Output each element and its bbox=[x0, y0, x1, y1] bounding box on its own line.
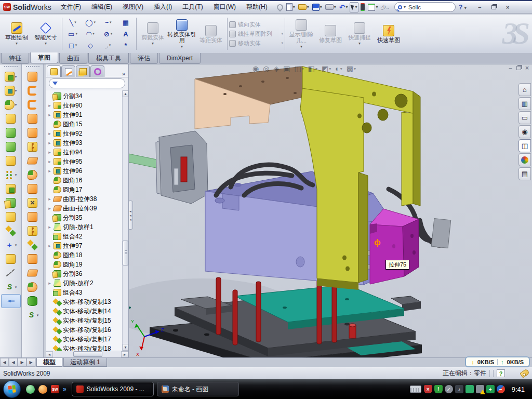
cm-big-button[interactable]: 显示/删除几... ▾ bbox=[287, 16, 316, 52]
toolbar-button[interactable]: ▾ bbox=[1, 168, 21, 182]
toolbar-button[interactable]: ▾ bbox=[1, 98, 21, 112]
toolbar-button[interactable]: ▾ bbox=[23, 210, 43, 224]
open-button[interactable]: ▾ bbox=[297, 2, 310, 12]
cm-big-button[interactable]: 转换实体引用 ▾ bbox=[167, 16, 196, 52]
feature-tree-item[interactable]: ▸ 曲面-拉伸39 bbox=[46, 204, 122, 213]
headsup-icon[interactable]: ◧▾ bbox=[308, 64, 317, 73]
new-document-button[interactable]: ▾ bbox=[285, 2, 296, 12]
task-pane-tab[interactable]: ▭ bbox=[518, 111, 531, 124]
toolbar-button[interactable]: ▾ bbox=[23, 182, 43, 196]
tree-vertical-scrollbar[interactable]: ▴ ▾ bbox=[122, 90, 128, 351]
menu-item[interactable]: 工具(T) bbox=[177, 1, 208, 13]
tab-propertymanager[interactable] bbox=[61, 65, 75, 77]
expand-arrow-icon[interactable]: ▸ bbox=[47, 159, 52, 164]
feature-tree-item[interactable]: ▸ 实体-移动/复制13 bbox=[46, 297, 122, 307]
search-box[interactable]: ▾ bbox=[394, 2, 456, 12]
headsup-icon[interactable]: ▣▾ bbox=[283, 64, 290, 73]
feature-tree-item[interactable]: ▸ 圆角15 bbox=[46, 119, 122, 129]
cm-big-button[interactable]: 等距实体 ▾ bbox=[196, 16, 225, 52]
rebuild-button[interactable] bbox=[360, 2, 366, 12]
sketch-entity-button[interactable]: A▾ bbox=[117, 28, 135, 39]
headsup-icon[interactable]: ▩▾ bbox=[347, 64, 356, 73]
feature-tree-item[interactable]: ▸ 圆角17 bbox=[46, 185, 122, 194]
pin-icon[interactable] bbox=[276, 2, 284, 12]
feature-tree-item[interactable]: ▸ 拉伸95 bbox=[46, 157, 122, 166]
next-tab-icon[interactable]: ▶ bbox=[18, 358, 26, 367]
tab-featuremanager[interactable] bbox=[47, 65, 61, 77]
toolbar-button[interactable]: ▾ bbox=[1, 266, 21, 280]
close-button[interactable]: × bbox=[502, 3, 514, 11]
part-slider-unit[interactable] bbox=[129, 131, 208, 204]
toolbar-button[interactable]: ▾ bbox=[1, 210, 21, 224]
expand-arrow-icon[interactable]: ▸ bbox=[47, 168, 52, 174]
feature-tree-item[interactable]: ▸ 分割35 bbox=[46, 213, 122, 222]
cm-tab[interactable]: 草图 bbox=[30, 52, 58, 63]
menu-item[interactable]: 编辑(E) bbox=[86, 1, 117, 13]
feature-tree-item[interactable]: ▸ 实体-移动/复制18 bbox=[46, 344, 122, 351]
toolbar-button[interactable]: ▾ bbox=[23, 168, 43, 182]
select-button[interactable]: ▾ bbox=[350, 2, 358, 12]
tab-dimxpertmanager[interactable] bbox=[90, 65, 104, 77]
cm-list-button[interactable]: 线性草图阵列 ▾ bbox=[229, 30, 283, 38]
expand-arrow-icon[interactable]: ▸ bbox=[47, 103, 52, 108]
graphics-viewport[interactable]: ϕ Y Z X ◉▾ ◎▾ bbox=[129, 64, 532, 357]
toolbar-button[interactable]: ▾ bbox=[23, 238, 43, 252]
doc-close-button[interactable]: × bbox=[525, 64, 529, 72]
toolbar-button[interactable]: ▾ bbox=[1, 224, 21, 238]
cm-tab[interactable]: 模具工具 bbox=[88, 53, 129, 64]
toolbar-button[interactable]: ▾ bbox=[23, 98, 43, 112]
feature-tree-item[interactable]: ▸ 实体-移动/复制14 bbox=[46, 307, 122, 316]
feature-tree-item[interactable]: ▸ 曲面-拉伸38 bbox=[46, 194, 122, 204]
messenger-icon[interactable] bbox=[26, 385, 35, 394]
sketch-entity-button[interactable]: ▭▾ bbox=[64, 28, 82, 39]
toolbar-button[interactable]: ▾ bbox=[1, 238, 21, 252]
prev-tab-icon[interactable]: ◀ bbox=[9, 358, 18, 367]
minimize-button[interactable]: – bbox=[474, 3, 486, 11]
toolbar-button[interactable]: ▾ bbox=[1, 112, 21, 126]
feature-tree-item[interactable]: ▸ 组合43 bbox=[46, 288, 122, 297]
scrollbar-thumb[interactable] bbox=[73, 351, 102, 357]
toolbar-button[interactable]: ▾ bbox=[1, 84, 21, 98]
tray-icon[interactable]: ! bbox=[434, 385, 443, 393]
scroll-up-icon[interactable]: ▴ bbox=[123, 90, 128, 97]
tray-icon[interactable]: × bbox=[424, 385, 432, 393]
sketch-entity-button[interactable]: ◻▾ bbox=[64, 39, 82, 51]
toolbar-button[interactable]: ▾ bbox=[23, 140, 43, 154]
toolbar-button[interactable]: ▾ bbox=[23, 294, 43, 308]
taskbar-task-button[interactable]: SolidWorks 2009 - ... bbox=[72, 382, 154, 396]
sketch-entity-button[interactable]: ◞▾ bbox=[99, 39, 117, 51]
start-button[interactable] bbox=[3, 380, 21, 398]
cm-big-button[interactable]: 快速草图 ▾ bbox=[374, 16, 403, 52]
scroll-right-icon[interactable]: ▸ bbox=[121, 351, 128, 357]
options-button[interactable]: ▾ bbox=[367, 2, 379, 12]
toolbar-button[interactable]: ▾ bbox=[23, 84, 43, 98]
toolbar-button[interactable]: ▾ bbox=[23, 252, 43, 266]
toolbar-button[interactable]: ▾ bbox=[23, 112, 43, 126]
expand-arrow-icon[interactable]: ▸ bbox=[47, 206, 52, 211]
toolbar-button[interactable]: ▾ bbox=[23, 126, 43, 140]
cm-tab[interactable]: 曲面 bbox=[59, 53, 87, 64]
tab-configurationmanager[interactable] bbox=[76, 65, 90, 77]
model-tab[interactable]: 模型 bbox=[36, 358, 62, 367]
undo-button[interactable]: ↶▾ bbox=[338, 2, 349, 12]
panel-splitter-handle[interactable]: ◂◂◂ bbox=[129, 201, 133, 230]
menu-item[interactable]: 插入(I) bbox=[149, 1, 177, 13]
save-button[interactable]: ▾ bbox=[311, 2, 323, 12]
sketch-entity-button[interactable]: ⊘▾ bbox=[99, 28, 117, 39]
toolbar-button[interactable]: ▾ bbox=[1, 154, 21, 168]
feature-tree-item[interactable]: ▸ 切除-放样1 bbox=[46, 222, 122, 232]
toolbar-button[interactable]: ▾ bbox=[23, 266, 43, 280]
headsup-icon[interactable]: ◈▾ bbox=[273, 64, 279, 73]
toolbar-button[interactable]: ▾ bbox=[23, 196, 43, 210]
expand-arrow-icon[interactable]: ▸ bbox=[47, 281, 52, 286]
expand-arrow-icon[interactable]: ▸ bbox=[47, 224, 52, 230]
expand-arrow-icon[interactable]: ▸ bbox=[47, 243, 52, 248]
3d-model-assembly[interactable]: ϕ Y Z X bbox=[129, 64, 532, 357]
task-pane-tab[interactable]: ▤ bbox=[518, 167, 531, 180]
tree-filter-box[interactable] bbox=[49, 78, 125, 88]
restore-button[interactable] bbox=[488, 3, 500, 11]
task-pane-tab[interactable]: ⌂ bbox=[518, 83, 531, 96]
headsup-icon[interactable]: ◫▾ bbox=[294, 64, 303, 73]
feature-tree-item[interactable]: ▸ 组合42 bbox=[46, 232, 122, 241]
sketch-entity-button[interactable]: ◇▾ bbox=[82, 39, 99, 51]
